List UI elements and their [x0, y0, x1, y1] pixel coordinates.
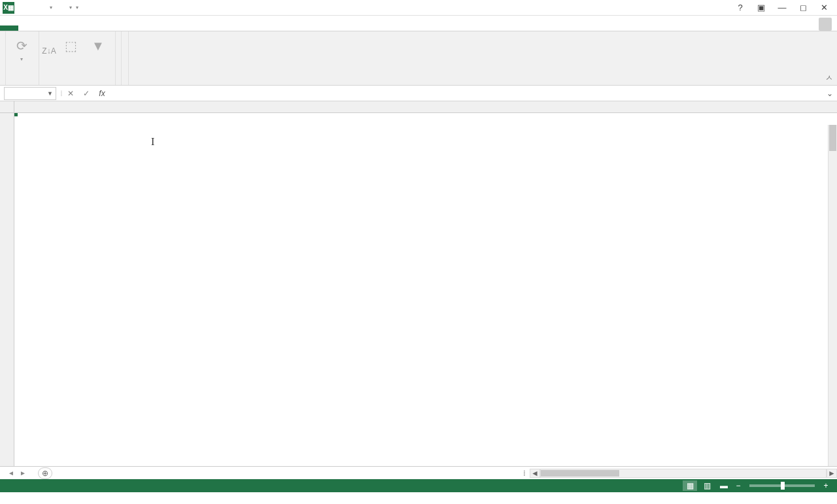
view-normal-button[interactable]: ▦	[683, 480, 697, 491]
fill-handle[interactable]	[14, 113, 18, 116]
ribbon-group-label	[9, 83, 36, 84]
ribbon-group-external-data	[0, 31, 6, 85]
sheet-nav-prev[interactable]: ◄	[8, 469, 14, 477]
collapse-ribbon-button[interactable]: ㅅ	[825, 73, 833, 84]
ribbon-group-data-tools	[116, 31, 122, 85]
redo-button[interactable]	[54, 1, 68, 15]
sort-desc-button[interactable]: Z↓A	[42, 46, 56, 56]
sheet-nav: ◄ ►	[0, 469, 34, 477]
name-box[interactable]: ▼	[4, 87, 56, 100]
window-controls: ? ▣ — ◻ ✕	[731, 1, 837, 15]
expand-formula-bar-button[interactable]: ⌄	[827, 89, 833, 98]
ribbon: ⟳▾ Z↓A ⬚ ▼ ㅅ	[0, 31, 837, 86]
close-button[interactable]: ✕	[815, 1, 833, 15]
confirm-formula-button[interactable]: ✓	[78, 87, 94, 100]
zoom-slider[interactable]	[749, 484, 815, 487]
account-area	[815, 18, 837, 31]
sort-button[interactable]: ⬚	[58, 34, 84, 58]
maximize-button[interactable]: ◻	[794, 1, 812, 15]
ribbon-display-button[interactable]: ▣	[752, 1, 770, 15]
ribbon-tabs	[0, 16, 837, 31]
column-headers	[14, 101, 837, 113]
tab-file[interactable]	[0, 25, 18, 31]
text-cursor-icon: I	[151, 136, 154, 148]
sheet-nav-next[interactable]: ►	[20, 469, 26, 477]
account-icon[interactable]	[819, 18, 832, 31]
horizontal-scrollbar[interactable]	[540, 469, 827, 478]
excel-logo-icon: X▦	[3, 2, 14, 14]
formula-bar: ▼ ⁞ ✕ ✓ fx ⌄	[0, 86, 837, 101]
minimize-button[interactable]: —	[773, 1, 791, 15]
ribbon-group-label	[124, 83, 126, 84]
cancel-formula-button[interactable]: ✕	[63, 87, 78, 100]
formula-input[interactable]	[110, 87, 829, 100]
vertical-scrollbar[interactable]	[828, 125, 837, 466]
select-all-corner[interactable]	[0, 101, 14, 113]
hscroll-right-button[interactable]: ►	[827, 469, 837, 478]
title-bar: X▦ ▾ ▾ ▾ ? ▣ — ◻ ✕	[0, 0, 837, 16]
ribbon-group-outline	[122, 31, 129, 85]
new-sheet-button[interactable]: ⊕	[38, 467, 52, 479]
row-headers	[0, 113, 14, 466]
spreadsheet-grid: I	[0, 101, 837, 466]
sort-asc-button[interactable]	[42, 34, 56, 44]
active-cell[interactable]	[14, 113, 17, 116]
ribbon-group-label	[42, 83, 112, 84]
refresh-all-button[interactable]: ⟳▾	[9, 34, 35, 63]
insert-function-button[interactable]: fx	[94, 87, 110, 100]
ribbon-group-connections: ⟳▾	[6, 31, 39, 85]
status-bar: ▦ ▥ ▬ − +	[0, 479, 837, 492]
quick-access-toolbar: ▾ ▾ ▾	[18, 1, 78, 15]
ribbon-group-sort-filter: Z↓A ⬚ ▼	[39, 31, 116, 85]
view-page-break-button[interactable]: ▬	[717, 480, 731, 491]
undo-button[interactable]	[34, 1, 48, 15]
help-button[interactable]: ?	[731, 1, 749, 15]
filter-button[interactable]: ▼	[85, 34, 111, 58]
save-button[interactable]	[18, 1, 33, 15]
zoom-in-button[interactable]: +	[821, 481, 830, 490]
view-page-layout-button[interactable]: ▥	[700, 480, 714, 491]
hscroll-left-button[interactable]: ◄	[530, 469, 540, 478]
zoom-out-button[interactable]: −	[734, 481, 743, 490]
sheet-tab-bar: ◄ ► ⊕ ⁞ ◄ ►	[0, 466, 837, 479]
